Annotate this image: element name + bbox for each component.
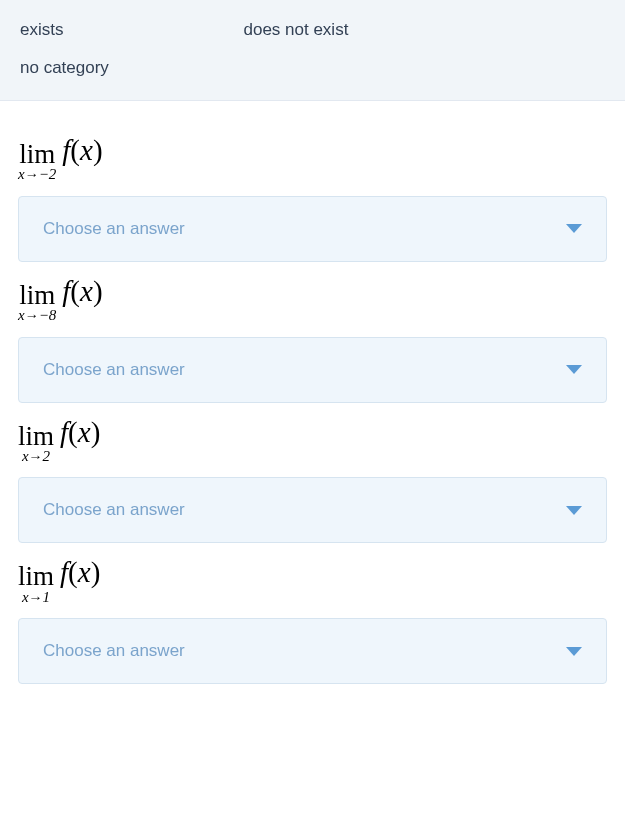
function-fx: f(x) bbox=[62, 133, 102, 182]
math-expression-3: lim x→2 f(x) bbox=[18, 415, 607, 464]
lim-text: lim bbox=[18, 564, 54, 588]
math-expression-1: lim x→−2 f(x) bbox=[18, 133, 607, 182]
question-block-2: lim x→−8 f(x) Choose an answer bbox=[18, 274, 607, 403]
function-fx: f(x) bbox=[60, 415, 100, 464]
function-fx: f(x) bbox=[62, 274, 102, 323]
answer-dropdown-3[interactable]: Choose an answer bbox=[18, 477, 607, 543]
math-expression-4: lim x→1 f(x) bbox=[18, 555, 607, 604]
lim-approach: x→2 bbox=[22, 450, 50, 464]
dropdown-label: Choose an answer bbox=[43, 360, 185, 380]
limit-notation: lim x→−8 bbox=[18, 283, 56, 323]
limit-notation: lim x→1 bbox=[18, 564, 54, 604]
dropdown-label: Choose an answer bbox=[43, 219, 185, 239]
limit-notation: lim x→2 bbox=[18, 424, 54, 464]
question-block-1: lim x→−2 f(x) Choose an answer bbox=[18, 133, 607, 262]
category-exists[interactable]: exists bbox=[20, 16, 63, 44]
function-fx: f(x) bbox=[60, 555, 100, 604]
lim-approach: x→−8 bbox=[18, 309, 56, 323]
lim-approach: x→−2 bbox=[18, 168, 56, 182]
dropdown-label: Choose an answer bbox=[43, 500, 185, 520]
question-block-3: lim x→2 f(x) Choose an answer bbox=[18, 415, 607, 544]
question-block-4: lim x→1 f(x) Choose an answer bbox=[18, 555, 607, 684]
chevron-down-icon bbox=[566, 365, 582, 374]
category-does-not-exist[interactable]: does not exist bbox=[243, 16, 348, 44]
dropdown-label: Choose an answer bbox=[43, 641, 185, 661]
chevron-down-icon bbox=[566, 647, 582, 656]
answer-dropdown-2[interactable]: Choose an answer bbox=[18, 337, 607, 403]
chevron-down-icon bbox=[566, 506, 582, 515]
category-row-2: no category bbox=[20, 58, 605, 78]
math-expression-2: lim x→−8 f(x) bbox=[18, 274, 607, 323]
answer-dropdown-1[interactable]: Choose an answer bbox=[18, 196, 607, 262]
limit-notation: lim x→−2 bbox=[18, 142, 56, 182]
category-row-1: exists does not exist bbox=[20, 16, 605, 44]
lim-text: lim bbox=[19, 142, 55, 166]
lim-approach: x→1 bbox=[22, 591, 50, 605]
lim-text: lim bbox=[19, 283, 55, 307]
category-bar: exists does not exist no category bbox=[0, 0, 625, 101]
questions-container: lim x→−2 f(x) Choose an answer lim x→−8 … bbox=[0, 101, 625, 712]
category-no-category[interactable]: no category bbox=[20, 54, 109, 81]
chevron-down-icon bbox=[566, 224, 582, 233]
lim-text: lim bbox=[18, 424, 54, 448]
answer-dropdown-4[interactable]: Choose an answer bbox=[18, 618, 607, 684]
